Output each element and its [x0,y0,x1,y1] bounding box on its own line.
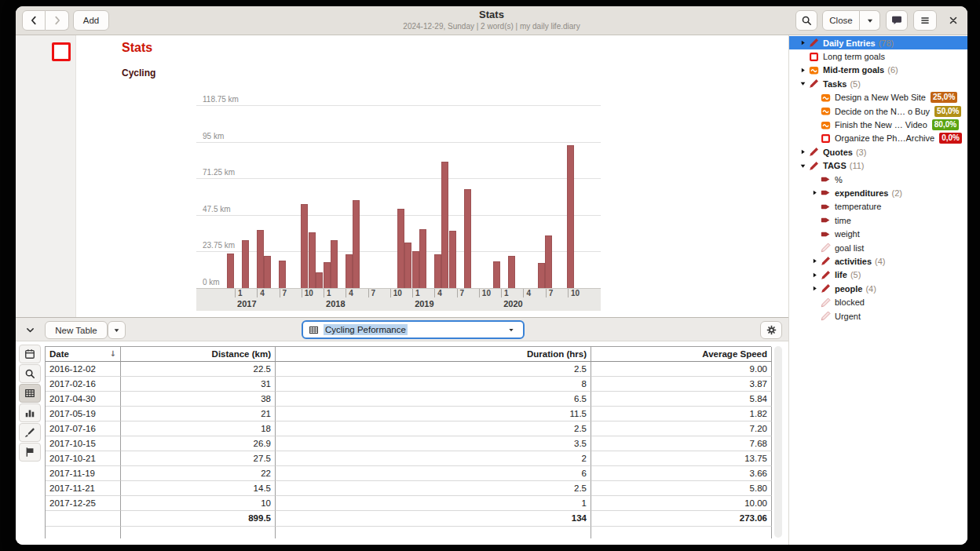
table-cell[interactable]: 10 [121,496,276,511]
table-selector-combobox[interactable]: Cycling Peformance [302,320,525,339]
sidebar-item-quotes[interactable]: Quotes(3) [789,145,967,159]
column-header-date[interactable]: Date↓ [46,347,121,362]
table-cell[interactable]: 1.82 [591,407,772,421]
expander-closed-icon[interactable] [797,148,809,157]
expander-closed-icon[interactable] [809,284,821,294]
chevron-down-icon [25,325,35,335]
table-cell[interactable]: 2017-10-15 [46,436,121,451]
table-cell[interactable]: 14.5 [121,481,276,496]
sidebar-item-decide-on-the-n-o-buy[interactable]: Decide on the N… o Buy50,0% [789,104,967,118]
table-cell[interactable]: 2016-12-02 [46,362,121,377]
expander-closed-icon[interactable] [809,257,821,266]
expander-closed-icon[interactable] [797,65,809,75]
x-axis-tick [434,289,435,297]
table-cell[interactable]: 18 [121,421,276,436]
table-cell[interactable]: 9.00 [591,362,772,377]
new-table-button[interactable]: New Table [45,321,108,339]
gear-icon [766,325,777,335]
table-cell[interactable]: 3.66 [591,466,772,481]
sidebar-item-activities[interactable]: activities(4) [789,254,967,268]
table-cell[interactable]: 21 [121,407,276,421]
sidebar-item-finish-the-new-video[interactable]: Finish the New … Video80,0% [789,118,967,131]
table-cell[interactable]: 27.5 [121,451,276,466]
table-cell[interactable]: 6.5 [276,392,591,407]
table-cell[interactable]: 13.75 [591,451,772,466]
sidebar-item-expenditures[interactable]: expenditures(2) [789,186,967,199]
expander-closed-icon[interactable] [809,270,821,279]
back-button[interactable] [22,10,46,31]
table-cell[interactable]: 2.5 [276,481,591,496]
table-cell[interactable]: 22 [121,466,276,481]
table-cell[interactable]: 2017-11-19 [46,466,121,481]
table-cell[interactable]: 11.5 [276,407,591,421]
sidebar-item-tags[interactable]: TAGS(11) [789,159,967,173]
sidebar-item-organize-the-ph-archive[interactable]: Organize the Ph…Archive0,0% [789,132,967,145]
table-cell[interactable]: 2017-07-16 [46,421,121,436]
table-cell[interactable]: 2017-05-19 [46,407,121,421]
sidebar-item-mid-term-goals[interactable]: Mid-term goals(6) [789,64,967,77]
table-cell[interactable]: 2.5 [276,362,591,377]
table-cell[interactable]: 26.9 [121,436,276,451]
expander-closed-icon[interactable] [797,38,809,48]
table-cell[interactable]: 7.68 [591,436,772,451]
sidebar-item-goal-list[interactable]: goal list [789,241,967,254]
panel-mode-flag-button[interactable] [19,443,41,462]
column-header-average-speed[interactable]: Average Speed [591,347,772,362]
panel-mode-calendar-button[interactable] [19,345,41,363]
sidebar-item-weight[interactable]: weight [789,227,967,240]
panel-mode-chart-button[interactable] [19,403,41,422]
add-entry-button[interactable]: Add [73,10,109,31]
sidebar-item-life[interactable]: life(5) [789,268,967,282]
table-cell[interactable]: 5.80 [591,481,772,496]
forward-button[interactable] [46,10,69,31]
expander-closed-icon[interactable] [809,188,821,198]
panel-mode-search-button[interactable] [19,364,41,383]
expander-open-icon[interactable] [797,161,809,170]
table-cell[interactable]: 22.5 [121,362,276,377]
table-scrollbar[interactable] [774,346,782,538]
column-header-distance-km[interactable]: Distance (km) [121,347,276,362]
table-cell[interactable]: 31 [121,377,276,392]
table-cell[interactable]: 1 [276,496,591,511]
table-cell[interactable]: 3.87 [591,377,772,392]
table-cell[interactable]: 3.5 [276,436,591,451]
panel-mode-table-button[interactable] [19,384,41,403]
table-cell[interactable]: 2017-04-30 [46,392,121,407]
header-bar: Add Stats 2024-12-29, Sunday | 2 word(s)… [16,6,967,35]
close-dropdown-button[interactable] [860,10,880,31]
sidebar-item-daily-entries[interactable]: Daily Entries(78) [789,36,967,49]
table-settings-button[interactable] [760,321,782,339]
sidebar-item-long-term-goals[interactable]: Long term goals [789,49,967,63]
table-cell[interactable]: 2.5 [276,421,591,436]
new-table-dropdown-button[interactable] [108,321,126,339]
window-close-button[interactable] [945,10,961,31]
table-cell[interactable]: 10.00 [591,496,772,511]
table-cell[interactable]: 2017-02-16 [46,377,121,392]
table-cell[interactable]: 38 [121,392,276,407]
menu-button[interactable] [913,10,937,31]
table-cell[interactable]: 7.20 [591,421,772,436]
table-cell[interactable]: 8 [276,377,591,392]
annotation-button[interactable] [886,10,908,31]
panel-mode-draw-button[interactable] [19,423,41,442]
table-cell[interactable]: 2017-11-21 [46,481,121,496]
table-cell[interactable]: 2017-12-25 [46,496,121,511]
table-cell[interactable]: 5.84 [591,392,772,407]
search-button[interactable] [795,10,817,31]
chart-bar [493,261,500,288]
sidebar-item-time[interactable]: time [789,213,967,227]
sidebar-item-blocked[interactable]: blocked [789,295,967,308]
sidebar-item-temperature[interactable]: temperature [789,200,967,213]
sidebar-item-urgent[interactable]: Urgent [789,309,967,323]
expander-open-icon[interactable] [797,79,809,89]
sidebar-item-people[interactable]: people(4) [789,282,967,295]
table-cell[interactable]: 2017-10-21 [46,451,121,466]
sidebar-item-item[interactable]: % [789,173,967,186]
column-header-duration-hrs[interactable]: Duration (hrs) [276,347,591,362]
close-journal-button[interactable]: Close [822,10,860,31]
table-cell[interactable]: 2 [276,451,591,466]
table-cell[interactable]: 6 [276,466,591,481]
collapse-panel-button[interactable] [20,321,39,339]
sidebar-item-design-a-new-web-site[interactable]: Design a New Web Site25,0% [789,91,967,104]
sidebar-item-tasks[interactable]: Tasks(5) [789,77,967,90]
